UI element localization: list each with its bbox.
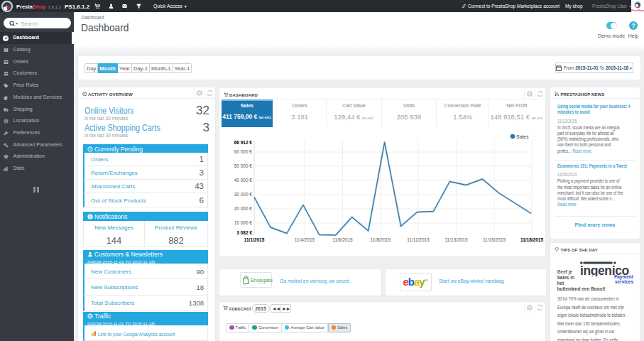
svg-text:11/8/2015: 11/8/2015 bbox=[371, 237, 391, 242]
svg-text:30 000 €: 30 000 € bbox=[234, 192, 253, 197]
svg-text:11/6/2015: 11/6/2015 bbox=[332, 237, 353, 242]
svg-text:PrestaShop: PrestaShop bbox=[631, 9, 644, 12]
svg-text:3 082 €: 3 082 € bbox=[236, 230, 252, 235]
svg-text:11/13/2015: 11/13/2015 bbox=[444, 237, 467, 242]
svg-text:10 000 €: 10 000 € bbox=[234, 220, 253, 225]
svg-text:50 000 €: 50 000 € bbox=[234, 163, 253, 168]
svg-text:11/18/2015: 11/18/2015 bbox=[520, 237, 544, 242]
svg-text:60 000 €: 60 000 € bbox=[234, 149, 253, 154]
svg-text:66 912 €: 66 912 € bbox=[234, 140, 253, 145]
svg-text:11/4/2015: 11/4/2015 bbox=[295, 237, 315, 242]
svg-text:11/15/2015: 11/15/2015 bbox=[483, 237, 506, 242]
svg-text:20 000 €: 20 000 € bbox=[234, 206, 253, 211]
svg-text:Sales: Sales bbox=[516, 134, 529, 139]
svg-text:40 000 €: 40 000 € bbox=[234, 178, 253, 183]
svg-text:11/11/2015: 11/11/2015 bbox=[407, 237, 430, 242]
svg-text:11/1/2015: 11/1/2015 bbox=[244, 237, 265, 242]
